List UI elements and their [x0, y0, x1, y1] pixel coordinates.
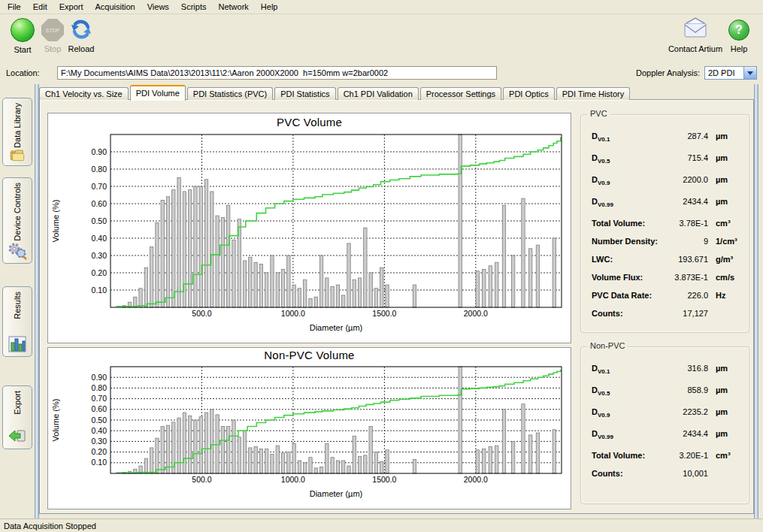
svg-text:0.40: 0.40 — [92, 426, 107, 435]
stat-value: 858.9 — [662, 385, 708, 394]
pvc-stats-legend: PVC — [587, 109, 610, 118]
location-row: Location: Doppler Analysis: 2D PDI — [0, 65, 763, 84]
tab-processor-settings[interactable]: Processor Settings — [420, 87, 501, 100]
help-button[interactable]: ? Help — [721, 17, 757, 53]
help-icon: ? — [728, 20, 749, 41]
svg-text:500.0: 500.0 — [192, 309, 211, 318]
contact-artium-button[interactable]: Contact Artium — [665, 17, 725, 53]
menu-item-help[interactable]: Help — [255, 1, 284, 13]
stat-value: 2434.4 — [662, 197, 708, 206]
stat-value: 193.671 — [662, 255, 708, 264]
stat-row: Total Volume:3.20E-1cm³ — [592, 451, 741, 469]
tab-pdi-statistics[interactable]: PDI Statistics — [274, 87, 335, 100]
chevron-down-icon[interactable] — [743, 67, 756, 79]
menu-item-acquisition[interactable]: Acquisition — [89, 1, 141, 13]
tab-pdi-time-history[interactable]: PDI Time History — [556, 87, 631, 100]
stat-label: DV0.1 — [592, 364, 610, 375]
pvc-volume-chart-panel: PVC Volume 0.100.200.300.400.500.600.700… — [47, 113, 571, 343]
svg-text:500.0: 500.0 — [192, 475, 211, 484]
tab-content-panel: PVC Volume 0.100.200.300.400.500.600.700… — [39, 99, 754, 514]
non-pvc-stats-legend: Non-PVC — [587, 341, 628, 350]
reload-button[interactable]: Reload — [63, 17, 99, 53]
stat-row: DV0.992434.4µm — [592, 197, 741, 219]
menu-item-network[interactable]: Network — [212, 1, 254, 13]
tab-pdi-optics[interactable]: PDI Optics — [503, 87, 555, 100]
tab-ch1-pdi-validation[interactable]: Ch1 PDI Validation — [338, 87, 419, 100]
right-splitter[interactable] — [754, 84, 758, 518]
svg-text:2000.0: 2000.0 — [464, 475, 488, 484]
svg-text:1500.0: 1500.0 — [372, 309, 396, 318]
svg-text:0.30: 0.30 — [92, 251, 107, 260]
stat-unit: µm — [708, 364, 741, 373]
sidebar-item-device-controls[interactable]: Device Controls — [2, 177, 32, 264]
stat-unit: cm/s — [708, 273, 741, 282]
stat-row: LWC:193.671g/m³ — [592, 255, 741, 273]
menu-item-file[interactable]: File — [2, 1, 27, 13]
svg-text:2000.0: 2000.0 — [464, 309, 488, 318]
svg-text:0.40: 0.40 — [92, 234, 107, 243]
stat-value: 10,001 — [662, 469, 708, 478]
stat-unit: µm — [708, 131, 741, 141]
stat-label: Volume Flux: — [592, 273, 643, 282]
stat-row: DV0.1287.4µm — [592, 131, 741, 153]
stat-label: DV0.5 — [592, 385, 610, 397]
tab-pdi-statistics-pvc[interactable]: PDI Statistics (PVC) — [187, 87, 273, 100]
sidebar-item-label: Export — [13, 391, 22, 415]
svg-text:Volume (%): Volume (%) — [51, 200, 60, 243]
svg-text:0.10: 0.10 — [92, 458, 107, 467]
stat-unit: µm — [708, 385, 741, 394]
doppler-analysis-select[interactable]: 2D PDI — [704, 66, 757, 80]
sidebar-item-data-library[interactable]: Data Library — [2, 98, 32, 166]
stat-label: DV0.1 — [592, 131, 610, 143]
sidebar-item-results[interactable]: Results — [2, 286, 32, 357]
stat-label: Counts: — [592, 309, 623, 318]
stat-unit: µm — [708, 429, 741, 438]
menu-item-export[interactable]: Export — [53, 1, 89, 13]
stat-row: Number Density:91/cm³ — [592, 237, 741, 255]
status-bar: Data Acquisition Stopped — [0, 518, 763, 532]
menu-item-scripts[interactable]: Scripts — [175, 1, 213, 13]
stat-row: Volume Flux:3.873E-1cm/s — [592, 273, 741, 291]
non-pvc-volume-chart: 0.100.200.300.400.500.600.700.800.90500.… — [48, 365, 569, 506]
stat-unit: g/m³ — [708, 255, 741, 264]
stat-unit: µm — [708, 197, 741, 206]
stat-value: 287.4 — [662, 131, 708, 141]
svg-text:0.60: 0.60 — [92, 404, 107, 413]
doppler-analysis-value: 2D PDI — [705, 68, 743, 77]
menu-item-edit[interactable]: Edit — [27, 1, 53, 13]
stat-label: Total Volume: — [592, 219, 645, 228]
stat-row: DV0.992434.4µm — [592, 429, 741, 451]
tab-pdi-volume[interactable]: PDI Volume — [130, 85, 186, 101]
app-window: FileEditExportAcquisitionViewsScriptsNet… — [0, 0, 763, 532]
stat-row: Counts:10,001 — [592, 469, 741, 487]
svg-text:1000.0: 1000.0 — [281, 309, 305, 318]
tab-ch1-velocity-vs-size[interactable]: Ch1 Velocity vs. Size — [39, 87, 129, 100]
export-arrow-icon — [8, 428, 27, 446]
stat-label: PVC Data Rate: — [592, 291, 652, 300]
stat-label: DV0.5 — [592, 153, 610, 165]
stat-unit: µm — [708, 407, 741, 416]
pvc-stats-groupbox: PVC DV0.1287.4µmDV0.5715.4µmDV0.92200.0µ… — [580, 114, 749, 333]
menu-item-views[interactable]: Views — [141, 1, 175, 13]
stat-label: DV0.9 — [592, 407, 610, 419]
stat-value: 3.78E-1 — [662, 219, 708, 228]
stat-row: DV0.92235.2µm — [592, 407, 741, 429]
left-sidebar: Data LibraryDevice ControlsResultsExport — [0, 84, 35, 518]
sidebar-item-export[interactable]: Export — [2, 385, 32, 449]
stat-row: DV0.1316.8µm — [592, 364, 741, 385]
stat-value: 3.20E-1 — [662, 451, 708, 460]
help-button-label: Help — [721, 44, 757, 53]
svg-text:Volume (%): Volume (%) — [51, 399, 60, 442]
location-input[interactable] — [57, 66, 497, 80]
stat-value: 9 — [662, 237, 708, 246]
folder-icon — [8, 148, 27, 162]
stat-value: 3.873E-1 — [662, 273, 708, 282]
stat-unit: cm³ — [708, 219, 741, 228]
stat-row: DV0.5715.4µm — [592, 153, 741, 175]
stat-row: DV0.5858.9µm — [592, 385, 741, 407]
stat-value: 2200.0 — [662, 175, 708, 184]
bar-chart-icon — [8, 335, 27, 353]
start-icon — [11, 18, 35, 42]
stat-row: Total Volume:3.78E-1cm³ — [592, 219, 741, 237]
stat-label: Total Volume: — [592, 451, 645, 460]
